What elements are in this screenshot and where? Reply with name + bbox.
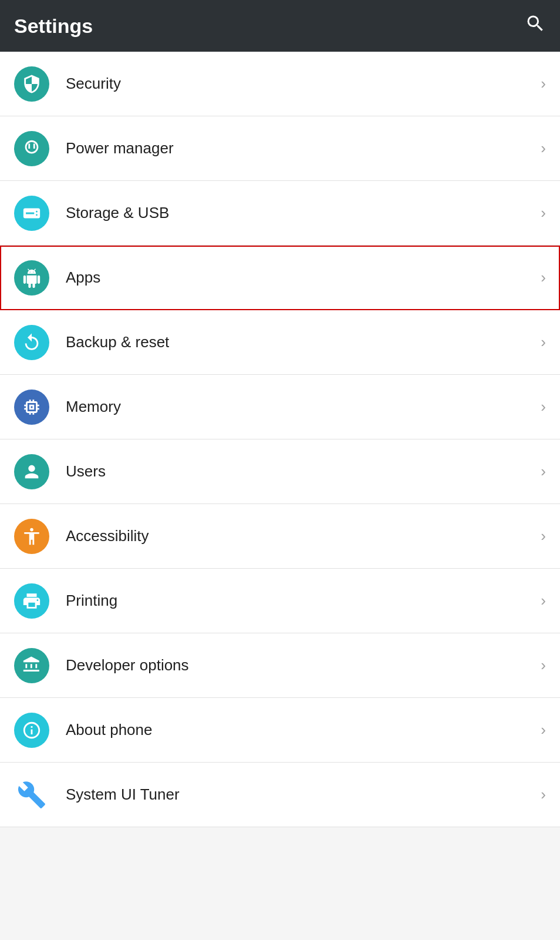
settings-item-security[interactable]: Security › bbox=[0, 52, 560, 116]
settings-item-about-phone[interactable]: About phone › bbox=[0, 698, 560, 763]
about-phone-chevron: › bbox=[541, 721, 546, 739]
developer-icon-circle bbox=[14, 648, 49, 683]
settings-item-storage-usb[interactable]: Storage & USB › bbox=[0, 181, 560, 246]
wrench-icon-container bbox=[14, 777, 49, 813]
users-chevron: › bbox=[541, 462, 546, 481]
backup-icon-circle bbox=[14, 325, 49, 360]
apps-chevron: › bbox=[541, 268, 546, 287]
apps-icon-circle bbox=[14, 260, 49, 296]
storage-icon-circle bbox=[14, 196, 49, 231]
security-label: Security bbox=[66, 75, 535, 93]
settings-item-users[interactable]: Users › bbox=[0, 439, 560, 504]
settings-list: Security › Power manager › Storage & USB… bbox=[0, 52, 560, 827]
search-icon[interactable] bbox=[525, 13, 546, 39]
backup-reset-label: Backup & reset bbox=[66, 333, 535, 351]
settings-item-backup-reset[interactable]: Backup & reset › bbox=[0, 310, 560, 375]
memory-icon-circle bbox=[14, 390, 49, 425]
settings-item-power-manager[interactable]: Power manager › bbox=[0, 116, 560, 181]
power-icon-circle bbox=[14, 131, 49, 166]
storage-usb-chevron: › bbox=[541, 204, 546, 222]
settings-item-memory[interactable]: Memory › bbox=[0, 375, 560, 439]
settings-item-system-ui-tuner[interactable]: System UI Tuner › bbox=[0, 763, 560, 827]
users-icon-circle bbox=[14, 454, 49, 489]
app-header: Settings bbox=[0, 0, 560, 52]
accessibility-icon-circle bbox=[14, 519, 49, 554]
power-manager-chevron: › bbox=[541, 139, 546, 157]
storage-usb-label: Storage & USB bbox=[66, 204, 535, 222]
accessibility-chevron: › bbox=[541, 527, 546, 545]
about-phone-label: About phone bbox=[66, 721, 535, 739]
settings-item-apps[interactable]: Apps › bbox=[0, 246, 560, 310]
memory-chevron: › bbox=[541, 398, 546, 416]
security-chevron: › bbox=[541, 75, 546, 93]
system-ui-tuner-label: System UI Tuner bbox=[66, 785, 535, 804]
printing-label: Printing bbox=[66, 592, 535, 610]
system-ui-tuner-chevron: › bbox=[541, 785, 546, 804]
security-icon-circle bbox=[14, 66, 49, 102]
settings-item-printing[interactable]: Printing › bbox=[0, 569, 560, 633]
users-label: Users bbox=[66, 462, 535, 481]
accessibility-label: Accessibility bbox=[66, 527, 535, 545]
memory-label: Memory bbox=[66, 398, 535, 416]
about-icon-circle bbox=[14, 713, 49, 748]
settings-item-developer-options[interactable]: Developer options › bbox=[0, 633, 560, 698]
page-title: Settings bbox=[14, 15, 93, 38]
settings-item-accessibility[interactable]: Accessibility › bbox=[0, 504, 560, 569]
power-manager-label: Power manager bbox=[66, 139, 535, 157]
developer-options-label: Developer options bbox=[66, 656, 535, 674]
backup-reset-chevron: › bbox=[541, 333, 546, 351]
printing-chevron: › bbox=[541, 592, 546, 610]
printing-icon-circle bbox=[14, 583, 49, 619]
apps-label: Apps bbox=[66, 268, 535, 287]
developer-options-chevron: › bbox=[541, 656, 546, 674]
wrench-icon bbox=[17, 780, 46, 810]
